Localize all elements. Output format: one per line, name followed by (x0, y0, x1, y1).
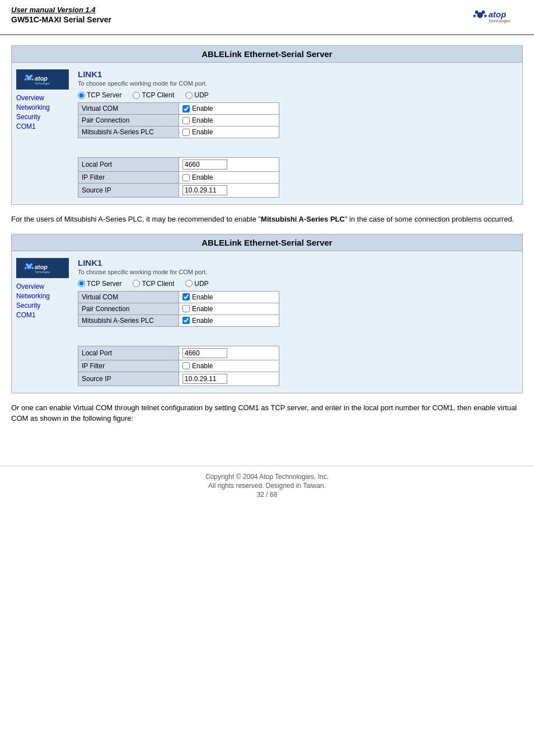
source-ip-input[interactable] (182, 185, 227, 195)
panel-2: ABLELink Ethernet-Serial Server atop Tec… (11, 234, 523, 393)
row2-value-cell: Enable (182, 116, 275, 124)
panel-1: ABLELink Ethernet-Serial Server atop Tec… (11, 45, 523, 205)
p2-row2-value: Enable (179, 303, 279, 314)
mitsubishi-checkbox[interactable] (182, 129, 190, 136)
panel2-radio-tcp-server[interactable]: TCP Server (78, 280, 121, 288)
panel2-sidebar-link-security[interactable]: Security (16, 302, 69, 309)
panel1-link-subtitle: To choose specific working mode for COM … (78, 80, 518, 87)
p2-local-port-input[interactable] (182, 348, 227, 358)
description-1: For the users of Mitsubishi A-Series PLC… (11, 214, 523, 225)
panel1-sidebar: atop Technologies Overview Networking Se… (12, 67, 73, 200)
svg-text:atop: atop (35, 75, 48, 82)
table-row: Local Port (78, 158, 279, 172)
row1-label: Virtual COM (78, 103, 179, 115)
manual-link[interactable]: User manual Version 1.4 (11, 6, 111, 14)
sidebar-link-security[interactable]: Security (16, 113, 69, 121)
p2-source-ip-value (179, 372, 279, 386)
table-row: IP Filter Enable (78, 360, 279, 372)
header-logo: atop Technologies (472, 6, 523, 31)
ip-filter-cell: Enable (182, 173, 275, 181)
header-left: User manual Version 1.4 GW51C-MAXI Seria… (11, 6, 111, 24)
p2-radio-tcp-server-input[interactable] (78, 280, 85, 287)
page-header: User manual Version 1.4 GW51C-MAXI Seria… (0, 0, 534, 35)
page-content: ABLELink Ethernet-Serial Server atop Tec… (0, 35, 534, 443)
row3-value: Enable (179, 126, 279, 138)
panel2-radio-row: TCP Server TCP Client UDP (78, 280, 518, 288)
p2-row2-label: Pair Connection (78, 303, 179, 314)
p2-radio-tcp-client-input[interactable] (133, 280, 140, 287)
p2-row2-value-cell: Enable (182, 305, 275, 313)
panel2-sidebar-link-networking[interactable]: Networking (16, 292, 69, 300)
table-row: Pair Connection Enable (78, 115, 279, 126)
p2-ip-filter-label: IP Filter (78, 360, 179, 372)
panel1-radio-udp[interactable]: UDP (185, 91, 208, 99)
p2-row1-value: Enable (179, 291, 279, 303)
svg-point-15 (26, 263, 29, 266)
ip-filter-checkbox[interactable] (182, 174, 190, 181)
panel1-sidebar-logo: atop Technologies (16, 69, 69, 90)
table-row: Mitsubishi A-Series PLC Enable (78, 314, 279, 326)
p2-radio-udp-input[interactable] (185, 280, 193, 287)
p2-local-port-label: Local Port (78, 346, 179, 360)
panel2-settings-table: Virtual COM Enable Pair Connection (78, 291, 279, 327)
panel2-sidebar-link-com1[interactable]: COM1 (16, 311, 69, 319)
sidebar-logo-svg: atop Technologies (23, 72, 62, 87)
manual-version-link[interactable]: User manual Version 1.4 (11, 6, 96, 14)
source-ip-label: Source IP (78, 184, 179, 198)
p2-source-ip-label: Source IP (78, 372, 179, 386)
p2-source-ip-input[interactable] (182, 374, 227, 384)
panel2-sidebar-logo: atop Technologies (16, 258, 69, 278)
radio-tcp-client-input[interactable] (133, 92, 140, 99)
local-port-input[interactable] (182, 159, 227, 170)
table-row: Pair Connection Enable (78, 303, 279, 314)
sidebar-link-com1[interactable]: COM1 (16, 123, 69, 130)
svg-point-8 (26, 74, 29, 77)
p2-ip-filter-value: Enable (179, 360, 279, 372)
footer-copyright: Copyright © 2004 Atop Technologies, Inc. (0, 473, 534, 481)
panel2-radio-udp[interactable]: UDP (185, 280, 208, 288)
p2-row1-value-cell: Enable (182, 293, 275, 301)
pair-connection-checkbox[interactable] (182, 117, 190, 124)
sidebar-link-overview[interactable]: Overview (16, 94, 69, 102)
panel1-radio-tcp-server[interactable]: TCP Server (78, 91, 121, 99)
svg-point-11 (31, 78, 34, 81)
table-row: Virtual COM Enable (78, 291, 279, 303)
panel1-body: atop Technologies Overview Networking Se… (12, 63, 522, 204)
virtual-com-checkbox[interactable] (182, 105, 190, 112)
local-port-value (179, 158, 279, 172)
svg-text:atop: atop (489, 10, 507, 19)
radio-tcp-server-input[interactable] (78, 92, 85, 99)
svg-point-10 (25, 78, 27, 81)
radio-udp-input[interactable] (185, 92, 193, 99)
p2-mitsubishi-checkbox[interactable] (182, 317, 190, 324)
panel1-lower-table: Local Port IP Filter Enable (78, 157, 279, 198)
svg-point-16 (30, 263, 32, 266)
panel1-radio-tcp-client[interactable]: TCP Client (133, 91, 174, 99)
table-row: IP Filter Enable (78, 172, 279, 184)
panel2-title: ABLELink Ethernet-Serial Server (12, 234, 522, 251)
p2-pair-connection-checkbox[interactable] (182, 305, 190, 312)
p2-ip-filter-checkbox[interactable] (182, 362, 190, 369)
panel1-title: ABLELink Ethernet-Serial Server (12, 46, 522, 63)
panel1-main: LINK1 To choose specific working mode fo… (73, 67, 522, 200)
row1-value: Enable (179, 103, 279, 115)
p2-row1-label: Virtual COM (78, 291, 179, 303)
svg-point-18 (31, 267, 34, 269)
bold-text-1: Mitsubishi A-Series PLC (261, 215, 345, 223)
panel1-radio-row: TCP Server TCP Client UDP (78, 91, 518, 99)
svg-point-2 (482, 11, 485, 14)
local-port-label: Local Port (78, 158, 179, 172)
panel1-link-title: LINK1 (78, 69, 518, 79)
footer-rights: All rights reserved. Designed in Taiwan. (0, 482, 534, 490)
svg-point-17 (25, 267, 27, 269)
row1-value-cell: Enable (182, 105, 275, 112)
atop-logo-svg: atop Technologies (472, 6, 523, 31)
sidebar-link-networking[interactable]: Networking (16, 104, 69, 111)
table-row: Virtual COM Enable (78, 103, 279, 115)
panel2-sidebar-link-overview[interactable]: Overview (16, 283, 69, 290)
p2-virtual-com-checkbox[interactable] (182, 293, 190, 300)
source-ip-value (179, 184, 279, 198)
panel2-main: LINK1 To choose specific working mode fo… (73, 256, 522, 388)
panel2-lower-table: Local Port IP Filter Enable (78, 346, 279, 386)
panel2-radio-tcp-client[interactable]: TCP Client (133, 280, 174, 288)
